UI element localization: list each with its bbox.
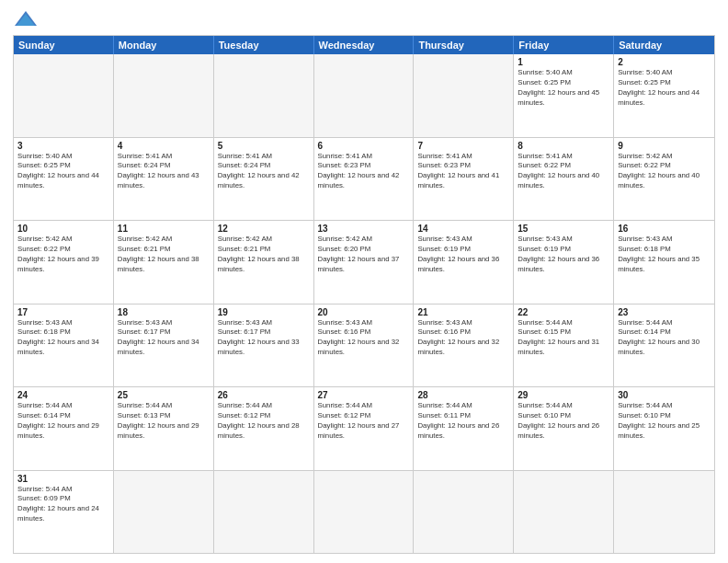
day-number: 29 — [518, 390, 609, 400]
day-info: Sunrise: 5:42 AM Sunset: 6:21 PM Dayligh… — [118, 235, 210, 275]
calendar-cell: 10Sunrise: 5:42 AM Sunset: 6:22 PM Dayli… — [14, 221, 114, 304]
day-number: 18 — [118, 307, 210, 317]
day-number: 9 — [618, 141, 711, 151]
calendar-cell: 14Sunrise: 5:43 AM Sunset: 6:19 PM Dayli… — [414, 221, 514, 304]
day-number: 2 — [618, 57, 711, 67]
day-number: 1 — [518, 57, 609, 67]
day-info: Sunrise: 5:43 AM Sunset: 6:18 PM Dayligh… — [618, 235, 711, 275]
day-number: 17 — [17, 307, 109, 317]
day-number: 28 — [417, 390, 509, 400]
calendar-cell: 16Sunrise: 5:43 AM Sunset: 6:18 PM Dayli… — [614, 221, 714, 304]
calendar-row-3: 17Sunrise: 5:43 AM Sunset: 6:18 PM Dayli… — [14, 304, 714, 388]
calendar-cell: 9Sunrise: 5:42 AM Sunset: 6:22 PM Daylig… — [614, 138, 714, 221]
day-number: 11 — [118, 224, 210, 234]
calendar-cell — [614, 471, 714, 554]
calendar-cell — [414, 54, 514, 137]
calendar-row-5: 31Sunrise: 5:44 AM Sunset: 6:09 PM Dayli… — [14, 471, 714, 554]
calendar-cell — [314, 471, 415, 554]
calendar-cell: 22Sunrise: 5:44 AM Sunset: 6:15 PM Dayli… — [514, 304, 614, 387]
weekday-header-wednesday: Wednesday — [314, 36, 415, 54]
day-info: Sunrise: 5:44 AM Sunset: 6:12 PM Dayligh… — [218, 401, 310, 442]
day-info: Sunrise: 5:43 AM Sunset: 6:16 PM Dayligh… — [417, 318, 509, 359]
calendar-cell — [214, 471, 314, 554]
day-info: Sunrise: 5:41 AM Sunset: 6:24 PM Dayligh… — [118, 152, 210, 192]
day-info: Sunrise: 5:44 AM Sunset: 6:10 PM Dayligh… — [618, 401, 711, 442]
day-number: 8 — [518, 141, 609, 151]
day-info: Sunrise: 5:43 AM Sunset: 6:17 PM Dayligh… — [218, 318, 310, 359]
calendar-row-4: 24Sunrise: 5:44 AM Sunset: 6:14 PM Dayli… — [14, 387, 714, 471]
calendar: SundayMondayTuesdayWednesdayThursdayFrid… — [13, 35, 715, 554]
calendar-cell: 1Sunrise: 5:40 AM Sunset: 6:25 PM Daylig… — [514, 54, 614, 137]
calendar-row-2: 10Sunrise: 5:42 AM Sunset: 6:22 PM Dayli… — [14, 221, 714, 304]
day-number: 24 — [17, 390, 109, 400]
calendar-cell: 17Sunrise: 5:43 AM Sunset: 6:18 PM Dayli… — [14, 304, 114, 387]
day-number: 23 — [618, 307, 711, 317]
weekday-header-tuesday: Tuesday — [214, 36, 314, 54]
day-number: 15 — [518, 224, 609, 234]
day-number: 16 — [618, 224, 711, 234]
day-info: Sunrise: 5:43 AM Sunset: 6:19 PM Dayligh… — [417, 235, 509, 275]
day-info: Sunrise: 5:44 AM Sunset: 6:11 PM Dayligh… — [417, 401, 509, 442]
weekday-header-monday: Monday — [114, 36, 214, 54]
day-info: Sunrise: 5:44 AM Sunset: 6:14 PM Dayligh… — [618, 318, 711, 359]
calendar-cell: 5Sunrise: 5:41 AM Sunset: 6:24 PM Daylig… — [214, 138, 314, 221]
header — [13, 9, 715, 29]
day-info: Sunrise: 5:44 AM Sunset: 6:14 PM Dayligh… — [17, 401, 109, 442]
calendar-cell: 28Sunrise: 5:44 AM Sunset: 6:11 PM Dayli… — [414, 387, 514, 470]
day-info: Sunrise: 5:43 AM Sunset: 6:18 PM Dayligh… — [17, 318, 109, 359]
day-number: 22 — [518, 307, 609, 317]
weekday-header-sunday: Sunday — [14, 36, 114, 54]
calendar-cell — [114, 471, 214, 554]
day-info: Sunrise: 5:43 AM Sunset: 6:19 PM Dayligh… — [518, 235, 609, 275]
calendar-cell: 24Sunrise: 5:44 AM Sunset: 6:14 PM Dayli… — [14, 387, 114, 470]
day-number: 25 — [118, 390, 210, 400]
day-number: 14 — [417, 224, 509, 234]
calendar-cell: 11Sunrise: 5:42 AM Sunset: 6:21 PM Dayli… — [114, 221, 214, 304]
calendar-row-0: 1Sunrise: 5:40 AM Sunset: 6:25 PM Daylig… — [14, 54, 714, 138]
day-number: 31 — [17, 474, 109, 484]
page: SundayMondayTuesdayWednesdayThursdayFrid… — [0, 0, 728, 563]
day-number: 13 — [318, 224, 410, 234]
day-number: 10 — [17, 224, 109, 234]
day-info: Sunrise: 5:44 AM Sunset: 6:13 PM Dayligh… — [118, 401, 210, 442]
day-info: Sunrise: 5:42 AM Sunset: 6:21 PM Dayligh… — [218, 235, 310, 275]
calendar-cell: 26Sunrise: 5:44 AM Sunset: 6:12 PM Dayli… — [214, 387, 314, 470]
calendar-cell: 21Sunrise: 5:43 AM Sunset: 6:16 PM Dayli… — [414, 304, 514, 387]
calendar-cell: 29Sunrise: 5:44 AM Sunset: 6:10 PM Dayli… — [514, 387, 614, 470]
calendar-cell: 13Sunrise: 5:42 AM Sunset: 6:20 PM Dayli… — [314, 221, 415, 304]
logo-icon — [13, 9, 39, 29]
calendar-cell: 2Sunrise: 5:40 AM Sunset: 6:25 PM Daylig… — [614, 54, 714, 137]
calendar-cell: 20Sunrise: 5:43 AM Sunset: 6:16 PM Dayli… — [314, 304, 415, 387]
day-number: 20 — [318, 307, 410, 317]
calendar-cell: 25Sunrise: 5:44 AM Sunset: 6:13 PM Dayli… — [114, 387, 214, 470]
day-info: Sunrise: 5:43 AM Sunset: 6:16 PM Dayligh… — [318, 318, 410, 359]
day-info: Sunrise: 5:41 AM Sunset: 6:24 PM Dayligh… — [218, 152, 310, 192]
day-info: Sunrise: 5:40 AM Sunset: 6:25 PM Dayligh… — [618, 68, 711, 109]
weekday-header-friday: Friday — [514, 36, 614, 54]
day-info: Sunrise: 5:41 AM Sunset: 6:23 PM Dayligh… — [318, 152, 410, 192]
day-number: 27 — [318, 390, 410, 400]
day-info: Sunrise: 5:44 AM Sunset: 6:12 PM Dayligh… — [318, 401, 410, 442]
calendar-cell: 27Sunrise: 5:44 AM Sunset: 6:12 PM Dayli… — [314, 387, 415, 470]
weekday-header-saturday: Saturday — [614, 36, 714, 54]
calendar-header: SundayMondayTuesdayWednesdayThursdayFrid… — [14, 36, 714, 54]
calendar-cell: 7Sunrise: 5:41 AM Sunset: 6:23 PM Daylig… — [414, 138, 514, 221]
day-number: 5 — [218, 141, 310, 151]
day-info: Sunrise: 5:42 AM Sunset: 6:22 PM Dayligh… — [618, 152, 711, 192]
logo — [13, 9, 42, 29]
calendar-body: 1Sunrise: 5:40 AM Sunset: 6:25 PM Daylig… — [14, 54, 714, 553]
day-number: 26 — [218, 390, 310, 400]
calendar-cell: 8Sunrise: 5:41 AM Sunset: 6:22 PM Daylig… — [514, 138, 614, 221]
day-info: Sunrise: 5:44 AM Sunset: 6:10 PM Dayligh… — [518, 401, 609, 442]
day-number: 4 — [118, 141, 210, 151]
weekday-header-thursday: Thursday — [414, 36, 514, 54]
calendar-cell: 6Sunrise: 5:41 AM Sunset: 6:23 PM Daylig… — [314, 138, 415, 221]
day-info: Sunrise: 5:41 AM Sunset: 6:22 PM Dayligh… — [518, 152, 609, 192]
calendar-cell: 31Sunrise: 5:44 AM Sunset: 6:09 PM Dayli… — [14, 471, 114, 554]
calendar-cell — [14, 54, 114, 137]
day-number: 12 — [218, 224, 310, 234]
calendar-cell: 3Sunrise: 5:40 AM Sunset: 6:25 PM Daylig… — [14, 138, 114, 221]
calendar-cell: 23Sunrise: 5:44 AM Sunset: 6:14 PM Dayli… — [614, 304, 714, 387]
day-info: Sunrise: 5:43 AM Sunset: 6:17 PM Dayligh… — [118, 318, 210, 359]
calendar-cell — [514, 471, 614, 554]
